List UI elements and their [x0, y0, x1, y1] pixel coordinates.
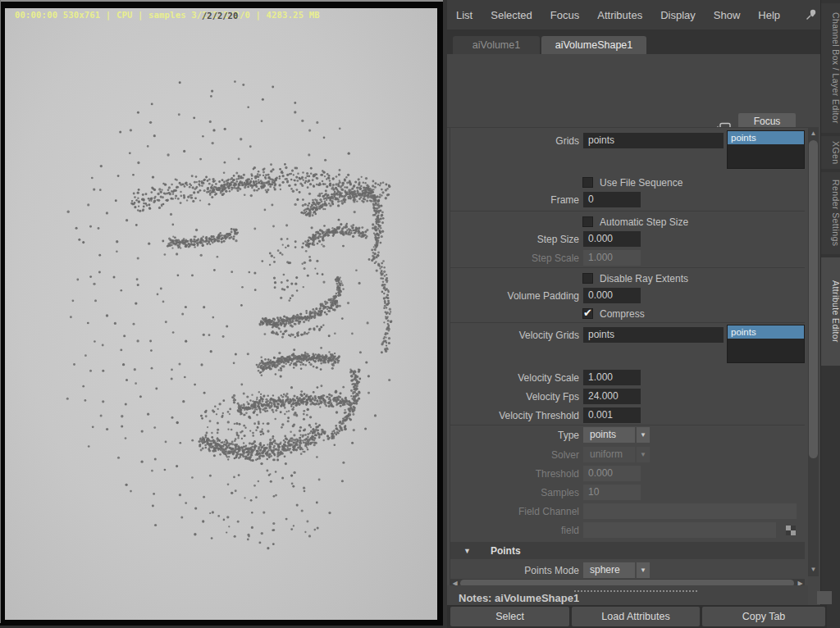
samples-label: Samples [450, 487, 579, 498]
point-cloud [5, 8, 437, 620]
velocity-threshold-input[interactable]: 0.001 [583, 407, 641, 423]
vertical-scrollbar-thumb[interactable] [809, 140, 818, 458]
velocity-scale-row: Velocity Scale 1.000 [450, 370, 641, 385]
menu-attributes[interactable]: Attributes [597, 9, 642, 21]
pin-icon[interactable] [805, 8, 818, 21]
node-header: aiVolume: aiVolumeShape1 Focus Presets S… [447, 54, 820, 127]
notes-strip: Notes: aiVolumeShape1 [447, 585, 808, 605]
sidetab-xgen[interactable]: XGen [821, 136, 840, 169]
points-mode-label: Points Mode [450, 565, 579, 576]
frame-input[interactable]: 0 [583, 192, 641, 207]
grids-row: Grids points [450, 133, 724, 148]
map-texture-icon[interactable] [784, 524, 797, 537]
menu-list[interactable]: List [456, 9, 472, 21]
points-mode-dropdown[interactable]: sphere ▼ [583, 562, 650, 578]
step-size-row: Step Size 0.000 [450, 231, 641, 247]
use-file-sequence-checkbox[interactable] [582, 177, 593, 188]
menu-selected[interactable]: Selected [491, 9, 532, 21]
volume-padding-row: Volume Padding 0.000 [450, 288, 641, 303]
chevron-down-icon: ▼ [637, 447, 650, 462]
solver-value: uniform [583, 447, 635, 462]
velocity-scale-label: Velocity Scale [450, 372, 579, 384]
chevron-down-icon[interactable]: ▼ [637, 562, 650, 578]
notes-label: Notes: aiVolumeShape1 [459, 592, 579, 605]
menu-display[interactable]: Display [660, 9, 696, 21]
step-scale-input: 1.000 [583, 250, 641, 266]
select-button[interactable]: Select [450, 607, 569, 626]
collapse-triangle-icon[interactable]: ▼ [463, 547, 471, 555]
tab-aivolumeshape1[interactable]: aiVolumeShape1 [541, 36, 646, 54]
viewport-top-border [0, 0, 443, 2]
scroll-down-icon[interactable]: ▼ [808, 564, 819, 575]
field-label: field [450, 525, 579, 536]
threshold-input: 0.000 [583, 466, 641, 481]
step-size-input[interactable]: 0.000 [583, 231, 641, 247]
grids-listbox[interactable]: points [727, 130, 805, 169]
solver-label: Solver [450, 449, 579, 461]
field-channel-row: Field Channel [450, 503, 797, 519]
disable-ray-extents-row: Disable Ray Extents [450, 271, 688, 286]
grids-input[interactable]: points [583, 133, 724, 148]
sidetab-channel-box-layer-editor[interactable]: Channel Box / Layer Editor [821, 3, 840, 133]
load-attributes-button[interactable]: Load Attributes [572, 607, 700, 626]
velocity-grids-label: Velocity Grids [450, 330, 579, 341]
automatic-step-size-checkbox[interactable] [582, 216, 593, 227]
points-section-header[interactable]: ▼ Points [450, 542, 805, 559]
velocity-fps-label: Velocity Fps [450, 391, 579, 403]
use-file-sequence-row: Use File Sequence [450, 175, 682, 190]
copy-tab-button[interactable]: Copy Tab [702, 607, 825, 626]
compress-label: Compress [600, 308, 645, 320]
field-input [583, 522, 776, 538]
type-dropdown[interactable]: points ▼ [583, 427, 650, 443]
menu-show[interactable]: Show [714, 9, 741, 21]
step-scale-row: Step Scale 1.000 [450, 250, 641, 266]
disable-ray-extents-checkbox[interactable] [582, 273, 593, 284]
solver-row: Solver uniform ▼ [450, 447, 650, 462]
velocity-grids-list-item-points[interactable]: points [728, 325, 804, 339]
velocity-threshold-row: Velocity Threshold 0.001 [450, 407, 641, 423]
volume-padding-input[interactable]: 0.000 [583, 288, 641, 303]
type-row: Type points ▼ [450, 427, 650, 443]
scroll-up-icon[interactable]: ▲ [808, 128, 819, 139]
tab-aivolume1[interactable]: aiVolume1 [453, 36, 540, 54]
volume-padding-label: Volume Padding [450, 290, 579, 302]
compress-row: Compress [450, 306, 645, 321]
node-tab-bar: aiVolume1 aiVolumeShape1 [447, 30, 820, 54]
field-channel-input [583, 503, 797, 519]
threshold-label: Threshold [450, 468, 579, 480]
samples-input: 10 [583, 485, 641, 500]
velocity-fps-input[interactable]: 24.000 [583, 389, 641, 404]
points-mode-value[interactable]: sphere [583, 562, 635, 578]
sidetab-attribute-editor[interactable]: Attribute Editor [821, 257, 840, 366]
use-file-sequence-label: Use File Sequence [600, 177, 682, 189]
menu-focus[interactable]: Focus [550, 9, 579, 21]
separator [450, 322, 805, 323]
attribute-scroll-area: Grids points points Use File Sequence Fr… [447, 127, 808, 585]
frame-label: Frame [450, 194, 579, 206]
frame-row: Frame 0 [450, 192, 641, 207]
samples-row: Samples 10 [450, 485, 641, 500]
step-scale-label: Step Scale [450, 253, 579, 264]
type-value[interactable]: points [583, 427, 635, 443]
step-size-label: Step Size [450, 234, 579, 245]
grids-list-item-points[interactable]: points [728, 131, 804, 144]
sidetab-render-settings[interactable]: Render Settings [821, 172, 840, 254]
automatic-step-size-row: Automatic Step Size [450, 214, 688, 230]
compress-checkbox[interactable] [582, 308, 593, 319]
velocity-grids-input[interactable]: points [583, 327, 724, 343]
velocity-scale-input[interactable]: 1.000 [583, 370, 641, 385]
render-status-ghost-text: /2/2/20 [202, 11, 238, 20]
side-tab-strip: Channel Box / Layer Editor XGen Render S… [820, 0, 840, 628]
points-mode-row: Points Mode sphere ▼ [450, 562, 650, 578]
notes-splitter-handle[interactable] [574, 590, 697, 592]
velocity-grids-listbox[interactable]: points [727, 325, 805, 363]
maya-window: 00:00:00 530x761 | CPU | samples 3/2/2/2… [0, 0, 840, 628]
render-status-text: 00:00:00 530x761 | CPU | samples 3/2/2/2… [15, 10, 320, 20]
field-row: field [450, 522, 797, 538]
automatic-step-size-label: Automatic Step Size [600, 216, 688, 228]
chevron-down-icon[interactable]: ▼ [637, 427, 650, 443]
render-viewport[interactable]: 00:00:00 530x761 | CPU | samples 3/2/2/2… [0, 0, 443, 628]
vertical-scrollbar[interactable]: ▲ ▼ [808, 127, 819, 576]
menu-help[interactable]: Help [758, 9, 780, 21]
velocity-threshold-label: Velocity Threshold [450, 410, 579, 421]
